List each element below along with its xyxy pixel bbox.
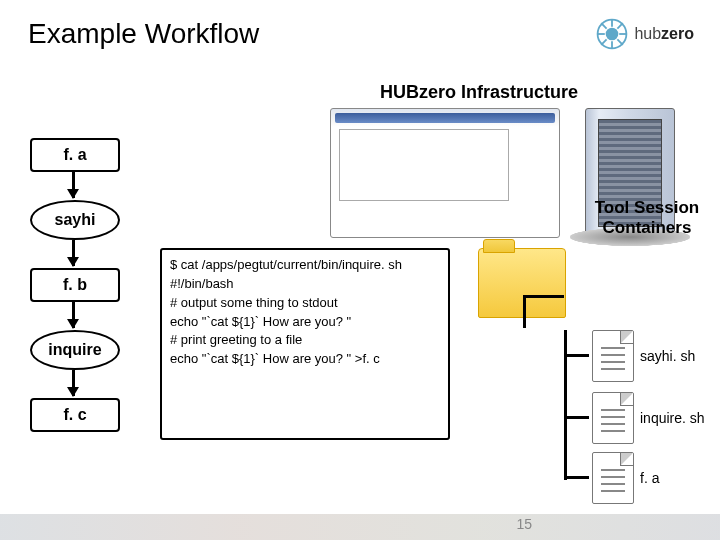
session-window-icon (330, 108, 560, 238)
connector-line (567, 354, 589, 357)
file-label-fa: f. a (640, 470, 659, 486)
hub-icon (594, 16, 630, 52)
svg-line-9 (602, 39, 607, 44)
file-icon (592, 330, 634, 382)
arrow-icon (72, 172, 75, 198)
code-line: echo "`cat ${1}` How are you? " (170, 313, 440, 332)
connector-line (567, 416, 589, 419)
workflow-node-sayhi: sayhi (30, 200, 120, 240)
logo-text: hubzero (634, 25, 694, 43)
infrastructure-heading: HUBzero Infrastructure (380, 82, 578, 103)
connector-line (567, 476, 589, 479)
file-label-inquire: inquire. sh (640, 410, 705, 426)
svg-line-7 (618, 39, 623, 44)
page-title: Example Workflow (28, 18, 259, 50)
code-line: # output some thing to stdout (170, 294, 440, 313)
code-line: # print greeting to a file (170, 331, 440, 350)
workflow-node-fb: f. b (30, 268, 120, 302)
code-line: echo "`cat ${1}` How are you? " >f. c (170, 350, 440, 369)
connector-line (564, 330, 567, 480)
slide-number: 15 (516, 516, 532, 532)
connector-line (523, 295, 526, 328)
arrow-icon (72, 370, 75, 396)
arrow-icon (72, 240, 75, 266)
code-line: $ cat /apps/pegtut/current/bin/inquire. … (170, 256, 440, 275)
code-line: #!/bin/bash (170, 275, 440, 294)
hubzero-logo: hubzero (594, 16, 694, 52)
workflow-node-fa: f. a (30, 138, 120, 172)
script-content-box: $ cat /apps/pegtut/current/bin/inquire. … (160, 248, 450, 440)
file-label-sayhi: sayhi. sh (640, 348, 695, 364)
svg-line-8 (618, 23, 623, 28)
file-icon (592, 452, 634, 504)
arrow-icon (72, 302, 75, 328)
svg-line-6 (602, 23, 607, 28)
folder-icon (478, 248, 566, 318)
workflow-node-fc: f. c (30, 398, 120, 432)
file-icon (592, 392, 634, 444)
svg-point-0 (606, 28, 619, 41)
tool-session-label: Tool Session Containers (588, 198, 706, 237)
footer-decoration (0, 514, 720, 540)
workflow-node-inquire: inquire (30, 330, 120, 370)
